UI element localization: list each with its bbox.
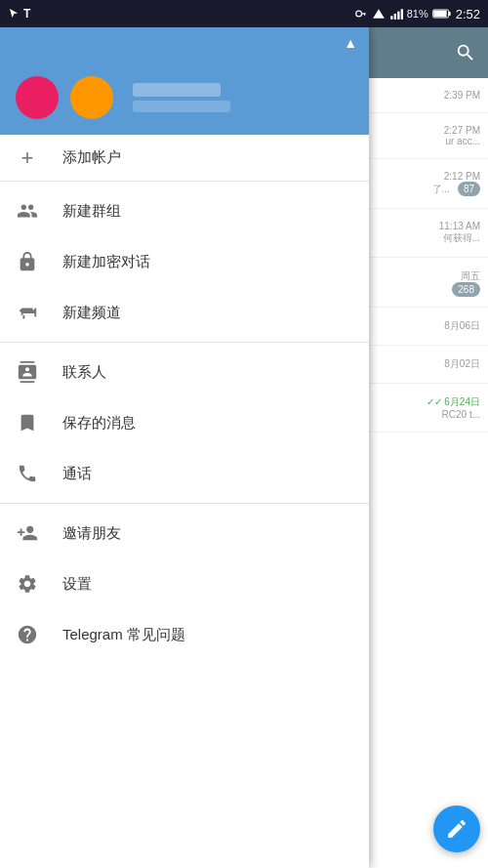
chat-time: 2:12 PM: [432, 171, 480, 182]
chat-item[interactable]: 8月06日: [366, 308, 488, 346]
new-channel-label: 新建频道: [62, 304, 121, 322]
edit-icon: [445, 817, 468, 841]
chat-item[interactable]: 2:39 PM: [366, 78, 488, 113]
t-icon: T: [23, 7, 30, 21]
phone-icon: [16, 462, 39, 485]
chat-time: 11:13 AM: [439, 221, 480, 231]
status-bar: T 81% 2:52: [0, 0, 488, 27]
saved-label: 保存的消息: [62, 414, 136, 433]
battery-icon: [432, 8, 452, 20]
chat-item[interactable]: 周五 268: [366, 258, 488, 308]
account-avatar-1[interactable]: [16, 76, 59, 119]
menu-divider-2: [0, 503, 369, 504]
svg-rect-4: [390, 16, 392, 20]
svg-rect-9: [448, 12, 450, 16]
account-avatar-2[interactable]: [70, 76, 113, 119]
key-icon: [354, 9, 368, 19]
drawer-header: ▲: [0, 27, 369, 135]
chat-list-header: [366, 27, 488, 78]
chat-preview: 了...: [432, 183, 450, 196]
battery-percent: 81%: [407, 8, 428, 20]
menu-item-contacts[interactable]: 联系人: [0, 347, 369, 397]
network-icon: [389, 8, 403, 20]
chat-item[interactable]: 2:27 PM ur acc...: [366, 113, 488, 159]
svg-rect-10: [433, 11, 446, 18]
contacts-icon: [16, 360, 39, 384]
menu-item-new-group[interactable]: 新建群组: [0, 186, 369, 236]
accounts-toggle[interactable]: ▲: [344, 35, 357, 51]
chat-time: 2:39 PM: [444, 90, 480, 101]
chat-time: 8月02日: [444, 357, 480, 371]
accounts-list: [0, 68, 369, 127]
settings-label: 设置: [62, 575, 92, 594]
chat-time: 2:27 PM: [444, 125, 480, 136]
search-icon[interactable]: [455, 42, 476, 63]
chat-preview: RC20 t...: [427, 409, 480, 420]
menu-item-calls[interactable]: 通话: [0, 448, 369, 499]
menu-divider-1: [0, 342, 369, 343]
status-right: 81% 2:52: [354, 7, 480, 21]
drawer-menu: 新建群组 新建加密对话 新建频道: [0, 182, 369, 868]
menu-item-new-secret[interactable]: 新建加密对话: [0, 236, 369, 287]
account-name: [133, 83, 221, 97]
calls-label: 通话: [62, 465, 92, 483]
svg-rect-6: [397, 12, 399, 20]
new-group-label: 新建群组: [62, 202, 121, 221]
status-left: T: [8, 7, 30, 21]
right-panel: 2:39 PM 2:27 PM ur acc... 2:12 PM 了... 8…: [366, 27, 488, 868]
svg-point-0: [355, 11, 361, 17]
faq-label: Telegram 常见问题: [62, 626, 185, 644]
chat-time: ✓✓ 6月24日: [427, 395, 480, 409]
svg-rect-7: [400, 9, 402, 19]
chat-preview: 何获得...: [439, 231, 480, 245]
account-phone: [133, 101, 230, 112]
chat-preview: ur acc...: [444, 136, 480, 146]
chat-item[interactable]: 11:13 AM 何获得...: [366, 209, 488, 258]
compose-fab[interactable]: [433, 806, 480, 852]
help-icon: [16, 623, 39, 646]
add-icon: +: [16, 146, 39, 170]
settings-icon: [16, 572, 39, 596]
chat-time: 周五: [448, 269, 480, 283]
chat-item[interactable]: ✓✓ 6月24日 RC20 t...: [366, 384, 488, 433]
new-secret-label: 新建加密对话: [62, 253, 150, 271]
lock-icon: [16, 250, 39, 273]
signal-icon: [372, 8, 386, 20]
svg-rect-2: [364, 13, 365, 15]
menu-item-new-channel[interactable]: 新建频道: [0, 287, 369, 338]
add-account-label: 添加帐户: [62, 148, 121, 167]
group-icon: [16, 199, 39, 223]
chat-item[interactable]: 2:12 PM 了... 87: [366, 159, 488, 209]
contacts-label: 联系人: [62, 363, 106, 382]
navigation-drawer: ▲ + 添加帐户 新建群组: [0, 27, 369, 868]
menu-item-invite[interactable]: 邀请朋友: [0, 508, 369, 558]
menu-item-saved[interactable]: 保存的消息: [0, 397, 369, 448]
unread-badge: 87: [458, 182, 480, 196]
invite-label: 邀请朋友: [62, 524, 121, 543]
chat-time: 8月06日: [444, 319, 480, 333]
svg-rect-5: [393, 14, 395, 20]
time-display: 2:52: [456, 7, 480, 21]
chat-list: 2:39 PM 2:27 PM ur acc... 2:12 PM 了... 8…: [366, 78, 488, 868]
svg-marker-3: [373, 9, 385, 18]
chat-item[interactable]: 8月02日: [366, 346, 488, 384]
bookmark-icon: [16, 411, 39, 434]
menu-item-faq[interactable]: Telegram 常见问题: [0, 609, 369, 660]
add-account-item[interactable]: + 添加帐户: [0, 135, 369, 182]
megaphone-icon: [16, 301, 39, 324]
person-add-icon: [16, 521, 39, 545]
menu-item-settings[interactable]: 设置: [0, 558, 369, 609]
cursor-icon: [8, 8, 20, 20]
unread-badge: 268: [452, 282, 480, 297]
